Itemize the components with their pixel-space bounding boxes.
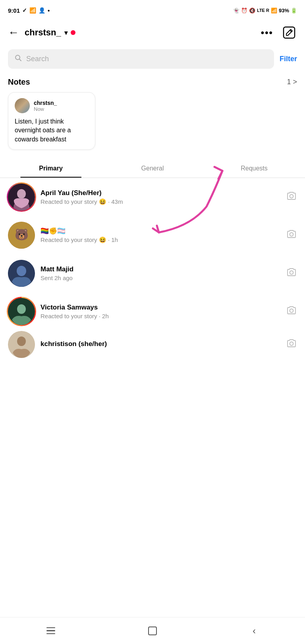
camera-icon[interactable] [286, 305, 297, 318]
search-icon [14, 54, 22, 64]
battery-label: 93% [279, 8, 289, 14]
svg-point-17 [290, 342, 293, 346]
message-item[interactable]: 🐻 🏳️‍🌈✊🏳️‍⚧️ Reacted to your story 😆 · 1… [0, 216, 305, 254]
note-user-info: chrstsn_ Now [34, 100, 57, 112]
message-content: Matt Majid Sent 2h ago [41, 265, 280, 281]
active-dot [71, 30, 75, 35]
message-item[interactable]: kchristison (she/her) [0, 331, 305, 358]
message-name: kchristison (she/her) [41, 340, 280, 348]
dot-icon: • [48, 7, 50, 14]
svg-point-10 [17, 266, 26, 276]
avatar [8, 260, 35, 287]
status-right: 👻 ⏰ 🔇 LTE R 📶 93% 🔋 [233, 8, 297, 14]
avatar-image: 🐻 [8, 222, 35, 249]
svg-point-13 [17, 304, 26, 314]
lte-label: LTE R [257, 8, 269, 13]
note-username: chrstsn_ [34, 100, 57, 106]
tabs: Primary General Requests [0, 159, 305, 178]
message-preview: Reacted to your story 😆 · 1h [41, 236, 280, 244]
notes-title: Notes [8, 77, 30, 87]
note-avatar [15, 98, 30, 113]
message-preview: Sent 2h ago [41, 275, 280, 281]
avatar [8, 184, 35, 211]
avatar-image [8, 260, 35, 287]
svg-rect-0 [284, 27, 295, 38]
wifi-icon: 📶 [29, 7, 36, 14]
signal-icon: 📶 [271, 8, 277, 14]
search-bar[interactable]: Search [8, 49, 274, 69]
svg-point-11 [290, 271, 293, 275]
message-item[interactable]: Matt Majid Sent 2h ago [0, 254, 305, 292]
message-preview: Reacted to your story · 2h [41, 313, 280, 319]
menu-icon [46, 627, 55, 634]
svg-text:🐻: 🐻 [15, 228, 29, 241]
nav-home-button[interactable] [141, 619, 164, 643]
message-content: Victoria Samways Reacted to your story ·… [41, 304, 280, 319]
more-options-button[interactable]: ••• [261, 27, 273, 38]
search-section: Search Filter [0, 46, 305, 73]
avatar-image [8, 298, 35, 325]
alarm-icon: ✓ [22, 7, 27, 14]
notes-nav-button[interactable]: 1 > [287, 78, 297, 86]
message-name: Victoria Samways [41, 304, 280, 311]
back-button[interactable]: ← [8, 27, 19, 38]
filter-button[interactable]: Filter [280, 55, 297, 63]
message-name: Matt Majid [41, 265, 280, 273]
nav-back-button[interactable]: ‹ [242, 619, 266, 643]
note-card-header: chrstsn_ Now [15, 98, 89, 113]
status-bar: 9:01 ✓ 📶 👤 • 👻 ⏰ 🔇 LTE R 📶 93% 🔋 [0, 0, 305, 19]
avatar: 🐻 [8, 222, 35, 249]
camera-icon[interactable] [286, 190, 297, 204]
svg-point-16 [17, 337, 26, 346]
message-item[interactable]: Victoria Samways Reacted to your story ·… [0, 292, 305, 331]
header: ← chrstsn_ ▾ ••• [0, 19, 305, 46]
tab-requests[interactable]: Requests [203, 159, 305, 178]
avatar-image [8, 331, 35, 358]
message-name: 🏳️‍🌈✊🏳️‍⚧️ [41, 227, 280, 235]
camera-icon[interactable] [286, 228, 297, 242]
nav-menu-button[interactable] [39, 619, 63, 643]
notes-list: chrstsn_ Now Listen, I just think overni… [0, 92, 305, 158]
message-list: April Yau (She/Her) Reacted to your stor… [0, 178, 305, 358]
note-card[interactable]: chrstsn_ Now Listen, I just think overni… [8, 92, 95, 150]
header-title: chrstsn_ ▾ [25, 27, 75, 38]
note-text: Listen, I just think overnight oats are … [15, 117, 89, 144]
compose-button[interactable] [281, 25, 297, 41]
message-preview: Reacted to your story 😆 · 43m [41, 198, 280, 205]
svg-point-3 [17, 189, 26, 199]
alarm2-icon: ⏰ [241, 8, 247, 14]
status-time: 9:01 ✓ 📶 👤 • [8, 7, 50, 14]
avatar [8, 331, 35, 358]
avatar [8, 298, 35, 325]
message-name: April Yau (She/Her) [41, 189, 280, 197]
avatar-image [8, 184, 35, 211]
message-content: April Yau (She/Her) Reacted to your stor… [41, 189, 280, 205]
chevron-down-icon[interactable]: ▾ [64, 29, 68, 37]
message-content: 🏳️‍🌈✊🏳️‍⚧️ Reacted to your story 😆 · 1h [41, 227, 280, 244]
notes-header: Notes 1 > [0, 73, 305, 92]
note-time: Now [34, 106, 57, 112]
camera-icon[interactable] [286, 267, 297, 280]
bottom-nav: ‹ [0, 617, 305, 644]
tab-primary[interactable]: Primary [0, 159, 102, 178]
ghost-icon: 👻 [233, 8, 239, 14]
message-content: kchristison (she/her) [41, 340, 280, 349]
svg-point-5 [290, 195, 293, 198]
back-icon: ‹ [253, 626, 256, 636]
svg-point-14 [290, 309, 293, 313]
camera-icon[interactable] [286, 338, 297, 351]
username-label: chrstsn_ [25, 27, 61, 38]
home-icon [148, 627, 157, 635]
tab-general[interactable]: General [102, 159, 203, 178]
profile-icon: 👤 [39, 7, 45, 14]
svg-point-8 [290, 233, 293, 236]
message-item[interactable]: April Yau (She/Her) Reacted to your stor… [0, 178, 305, 216]
battery-icon: 🔋 [291, 8, 297, 14]
search-placeholder: Search [26, 55, 49, 63]
mute-icon: 🔇 [249, 8, 255, 14]
